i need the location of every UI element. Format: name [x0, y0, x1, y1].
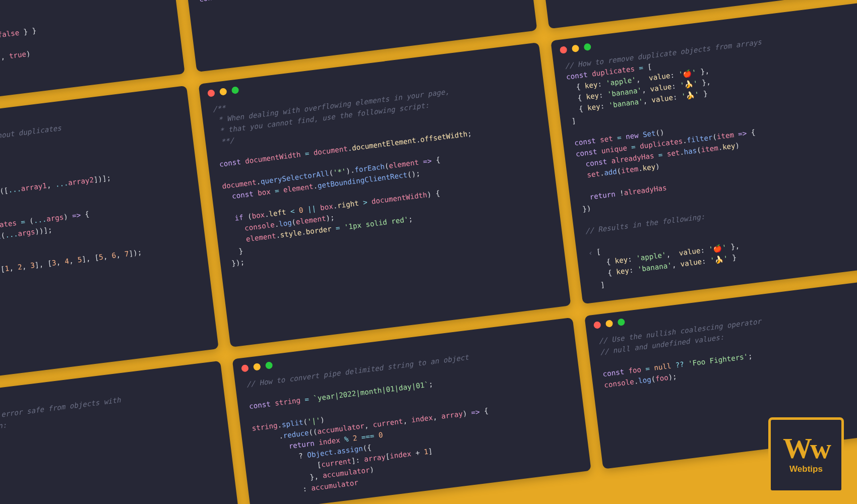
code-window-6: // How to remove duplicate objects from … [550, 0, 857, 304]
code-block: // How to remove duplicate objects from … [553, 16, 857, 304]
traffic-red-icon [560, 46, 568, 54]
brand-badge: Ww Webtips [768, 417, 844, 493]
code-window-7: // Get nested properties error safe from… [0, 361, 239, 504]
window-grid: // following function to update nested p… [0, 0, 857, 504]
traffic-red-icon [241, 364, 249, 372]
traffic-yellow-icon [572, 44, 580, 52]
traffic-red-icon [207, 89, 215, 97]
rotated-stage: // following function to update nested p… [0, 0, 857, 504]
traffic-red-icon [593, 321, 601, 329]
traffic-green-icon [265, 361, 273, 369]
code-window-8: // How to convert pipe delimited string … [232, 318, 591, 504]
code-block: // Use the pipe operator to ... // ❌ Ins… [175, 0, 530, 17]
traffic-yellow-icon [253, 363, 261, 371]
code-window-4: // Use a set to merge arrays without dup… [0, 86, 219, 391]
brand-label: Webtips [789, 464, 823, 474]
code-block: // Use a set to merge arrays without dup… [0, 103, 209, 313]
traffic-green-icon [618, 318, 626, 326]
traffic-yellow-icon [605, 320, 614, 328]
traffic-green-icon [584, 43, 592, 51]
brand-mark-icon: Ww [783, 436, 829, 461]
traffic-yellow-icon [219, 88, 227, 96]
code-window-5: /** * When dealing with overflowing elem… [199, 42, 571, 347]
traffic-green-icon [231, 86, 239, 94]
